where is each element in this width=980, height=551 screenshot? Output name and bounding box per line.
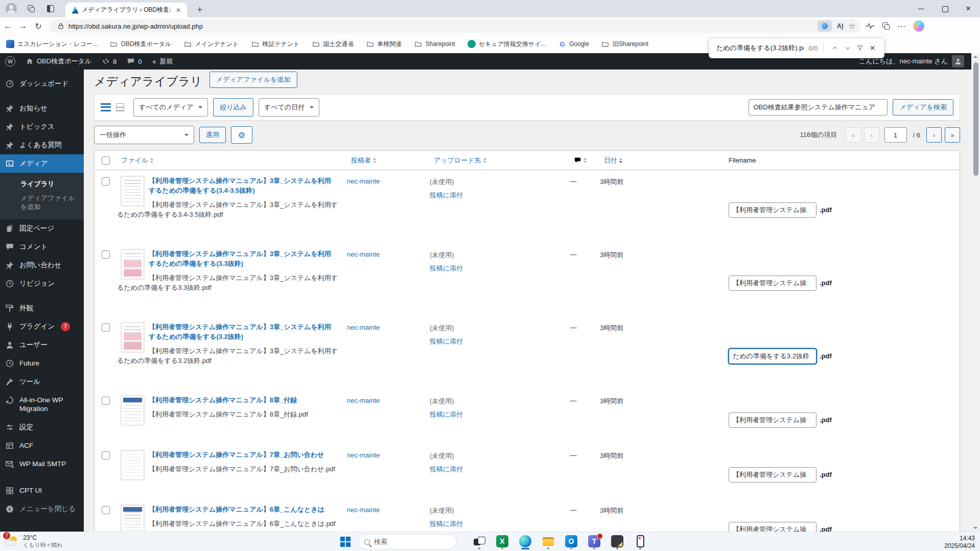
scroll-down-icon[interactable] [973, 527, 977, 529]
new-content-menu[interactable]: + 新規 [147, 53, 178, 70]
sidebar-item-clock[interactable]: Future [0, 354, 84, 373]
row-checkbox[interactable] [102, 397, 110, 405]
attach-to-post-link[interactable]: 投稿に添付 [430, 264, 463, 273]
media-title-link[interactable]: 【利用者管理システム操作マニュアル】8章_付録 [149, 396, 334, 405]
favorite-star-icon[interactable]: ☆ [849, 21, 855, 31]
weather-widget[interactable]: 7 23°C くもり時々晴れ [4, 534, 63, 549]
media-thumbnail[interactable] [121, 505, 144, 532]
wp-logo-menu[interactable]: W [0, 53, 20, 70]
window-maximize-button[interactable] [933, 0, 956, 17]
grid-view-icon[interactable] [116, 103, 124, 111]
filename-rename-input[interactable] [729, 202, 816, 218]
screen-options-button[interactable]: ⚙ [231, 126, 252, 144]
sidebar-item-user[interactable]: ユーザー [0, 336, 84, 354]
scrollbar-thumb[interactable] [973, 62, 978, 176]
task-view-icon[interactable] [472, 533, 486, 549]
forward-icon[interactable]: → [15, 21, 31, 31]
find-close-icon[interactable]: ✕ [866, 41, 879, 55]
browser-profile-avatar[interactable] [6, 3, 17, 14]
sidebar-item-dash[interactable]: ダッシュボード [0, 75, 84, 93]
outlook-icon[interactable]: O [564, 533, 578, 549]
row-checkbox[interactable] [102, 506, 110, 514]
sidebar-subitem[interactable]: メディアファイルを追加 [0, 191, 84, 214]
author-link[interactable]: nec-mainte [347, 250, 380, 258]
bookmark-item[interactable]: Sharepoint [414, 40, 455, 48]
comments-menu[interactable]: 0 [122, 53, 147, 70]
apply-button[interactable]: 適用 [199, 127, 226, 143]
media-type-filter[interactable]: すべてのメディア [133, 98, 208, 117]
filename-rename-input[interactable] [729, 522, 816, 532]
window-close-button[interactable]: ✕ [956, 0, 980, 17]
browser-tab[interactable]: メディアライブラリ ‹ OBD検査ポータル ✕ [65, 3, 187, 17]
phone-icon[interactable] [633, 533, 647, 549]
filename-rename-input[interactable] [729, 276, 816, 291]
sidebar-item-wrench[interactable]: ツール [0, 373, 84, 391]
bookmark-item[interactable]: エスカレーション・レコー... [6, 40, 98, 49]
media-thumbnail[interactable] [121, 176, 144, 206]
bookmark-item[interactable]: セキュア情報交換サイ... [468, 40, 546, 49]
scroll-up-icon[interactable] [973, 56, 977, 58]
sidebar-item-pin[interactable]: お問い合わせ [0, 256, 84, 274]
attach-to-post-link[interactable]: 投稿に添付 [430, 519, 463, 529]
excel-icon[interactable]: X [495, 533, 509, 549]
explorer-icon[interactable] [541, 533, 555, 549]
search-media-button[interactable]: メディアを検索 [893, 99, 953, 116]
sidebar-item-sliders[interactable]: 設定 [0, 418, 84, 437]
address-bar[interactable]: https://obd.sakura.ne.jp/wp-admin/upload… [49, 19, 860, 33]
column-header-upload[interactable]: アップロード先 [430, 156, 560, 165]
start-button[interactable] [340, 537, 351, 547]
sidebar-item-grid[interactable]: CPT UI [0, 481, 84, 500]
filename-rename-input[interactable] [729, 412, 816, 428]
column-header-author[interactable]: 投稿者 [347, 156, 430, 165]
filename-rename-input[interactable] [729, 349, 816, 364]
find-filter-icon[interactable] [854, 41, 867, 55]
attach-to-post-link[interactable]: 投稿に添付 [430, 465, 463, 474]
media-title-link[interactable]: 【利用者管理システム操作マニュアル】6章_こんなときは [149, 505, 334, 515]
read-aloud-icon[interactable]: A) [837, 22, 844, 30]
bookmark-item[interactable]: メインテナント [183, 40, 239, 49]
bookmark-item[interactable]: 検証テナント [251, 40, 299, 49]
sidebar-item-pin[interactable]: トピックス [0, 118, 84, 136]
visual-search-icon[interactable] [818, 20, 832, 32]
bookmark-item[interactable]: OBD検査ポータル [110, 40, 172, 49]
sidebar-item-bubble[interactable]: コメント [0, 238, 84, 256]
notes-icon[interactable] [610, 533, 624, 549]
copilot-icon[interactable] [913, 20, 924, 32]
workspaces-icon[interactable] [26, 4, 36, 14]
current-page-input[interactable] [884, 127, 907, 143]
first-page-button[interactable]: « [846, 127, 861, 143]
browser-menu-icon[interactable]: ⋯ [897, 21, 906, 31]
taskbar-search[interactable]: 検索 [358, 534, 457, 549]
page-scrollbar[interactable] [971, 53, 980, 532]
sidebar-item-pin[interactable]: よくある質問 [0, 136, 84, 154]
browser-essentials-icon[interactable] [866, 22, 875, 30]
teams-icon[interactable]: T [587, 533, 601, 549]
sidebar-item-pin[interactable]: お知らせ [0, 99, 84, 118]
find-next-icon[interactable] [841, 41, 854, 55]
sidebar-item-media[interactable]: メディア [0, 154, 84, 173]
bookmark-item[interactable]: 車検関連 [366, 40, 402, 49]
column-header-date[interactable]: 日付 [600, 156, 722, 165]
taskbar-clock[interactable]: 14:43 2025/04/24 [944, 535, 975, 550]
window-minimize-button[interactable] [909, 0, 933, 17]
media-thumbnail[interactable] [121, 249, 144, 279]
vertical-tabs-icon[interactable] [45, 4, 56, 14]
author-link[interactable]: nec-mainte [347, 397, 380, 404]
tab-close-icon[interactable]: ✕ [174, 6, 183, 15]
media-search-input[interactable] [749, 99, 888, 116]
sidebar-subitem[interactable]: ライブラリ [0, 177, 84, 191]
author-link[interactable]: nec-mainte [347, 324, 380, 331]
attach-to-post-link[interactable]: 投稿に添付 [430, 337, 463, 346]
favorites-icon[interactable] [882, 22, 890, 30]
user-avatar[interactable] [952, 55, 964, 67]
media-title-link[interactable]: 【利用者管理システム操作マニュアル】7章_お問い合わせ [149, 450, 334, 460]
sidebar-item-plug[interactable]: プラグイン 7 [0, 317, 84, 336]
refresh-icon[interactable]: ↻ [31, 21, 46, 31]
column-header-comments[interactable] [560, 156, 600, 164]
date-filter[interactable]: すべての日付 [259, 98, 319, 117]
row-checkbox[interactable] [102, 324, 110, 332]
new-tab-button[interactable]: + [193, 4, 206, 16]
next-page-button[interactable]: › [926, 127, 942, 143]
find-previous-icon[interactable] [829, 41, 842, 55]
edge-icon[interactable] [518, 533, 532, 549]
